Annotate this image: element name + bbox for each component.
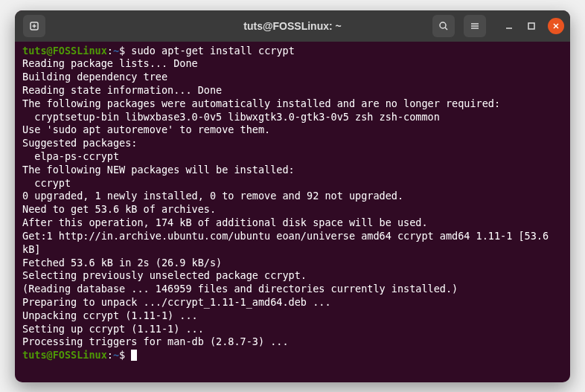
svg-line-4: [445, 28, 447, 30]
output-line: Need to get 53.6 kB of archives.: [22, 203, 563, 216]
prompt-user-host: tuts@FOSSLinux: [22, 349, 107, 361]
output-line: Get:1 http://in.archive.ubuntu.com/ubunt…: [22, 230, 563, 257]
output-line: Reading package lists... Done: [22, 57, 563, 71]
output-line: Preparing to unpack .../ccrypt_1.11-1_am…: [22, 296, 563, 309]
prompt-line-1: tuts@FOSSLinux:~$ sudo apt-get install c…: [22, 45, 563, 58]
new-tab-button[interactable]: [23, 15, 45, 37]
prompt-dollar: $: [119, 349, 125, 361]
window-controls: [503, 18, 564, 34]
output-line: (Reading database ... 146959 files and d…: [22, 283, 563, 296]
svg-rect-9: [528, 23, 534, 29]
output-line: Suggested packages:: [22, 137, 563, 150]
maximize-button[interactable]: [525, 20, 537, 32]
prompt-line-2: tuts@FOSSLinux:~$: [22, 349, 563, 362]
prompt-colon: :: [107, 349, 113, 361]
output-line: Fetched 53.6 kB in 2s (26.9 kB/s): [22, 257, 563, 270]
window-title: tuts@FOSSLinux: ~: [243, 20, 342, 32]
prompt-path: ~: [113, 349, 119, 361]
cursor: [131, 350, 137, 361]
output-line: Building dependency tree: [22, 71, 563, 84]
output-line: Unpacking ccrypt (1.11-1) ...: [22, 309, 563, 323]
output-line: The following packages were automaticall…: [22, 97, 563, 111]
titlebar-left: [21, 15, 48, 37]
command-text: sudo apt-get install ccrypt: [131, 45, 294, 57]
output-line: elpa-ps-ccrypt: [22, 150, 563, 164]
titlebar-right: [430, 15, 564, 37]
hamburger-icon: [470, 21, 480, 31]
close-icon: [552, 22, 560, 30]
prompt-path: ~: [113, 45, 119, 57]
output-line: 0 upgraded, 1 newly installed, 0 to remo…: [22, 190, 563, 203]
search-icon: [438, 21, 449, 31]
prompt-user-host: tuts@FOSSLinux: [22, 45, 107, 57]
terminal-content[interactable]: tuts@FOSSLinux:~$ sudo apt-get install c…: [15, 42, 570, 382]
output-line: ccrypt: [22, 177, 563, 190]
output-line: Selecting previously unselected package …: [22, 269, 563, 283]
output-line: Use 'sudo apt autoremove' to remove them…: [22, 123, 563, 137]
output-line: Setting up ccrypt (1.11-1) ...: [22, 323, 563, 336]
prompt-dollar: $: [119, 45, 125, 57]
output-line: cryptsetup-bin libwxbase3.0-0v5 libwxgtk…: [22, 111, 563, 124]
menu-button[interactable]: [464, 15, 486, 37]
prompt-colon: :: [107, 45, 113, 57]
maximize-icon: [527, 22, 536, 30]
output-line: The following NEW packages will be insta…: [22, 164, 563, 177]
terminal-window: tuts@FOSSLinux: ~: [15, 10, 570, 382]
close-button[interactable]: [548, 18, 564, 34]
minimize-icon: [505, 22, 514, 30]
output-line: After this operation, 174 kB of addition…: [22, 216, 563, 230]
titlebar: tuts@FOSSLinux: ~: [15, 10, 570, 42]
svg-point-3: [440, 22, 446, 28]
search-button[interactable]: [432, 15, 455, 37]
new-tab-icon: [29, 21, 39, 31]
output-line: Reading state information... Done: [22, 84, 563, 97]
minimize-button[interactable]: [503, 20, 515, 32]
output-line: Processing triggers for man-db (2.8.7-3)…: [22, 335, 563, 349]
